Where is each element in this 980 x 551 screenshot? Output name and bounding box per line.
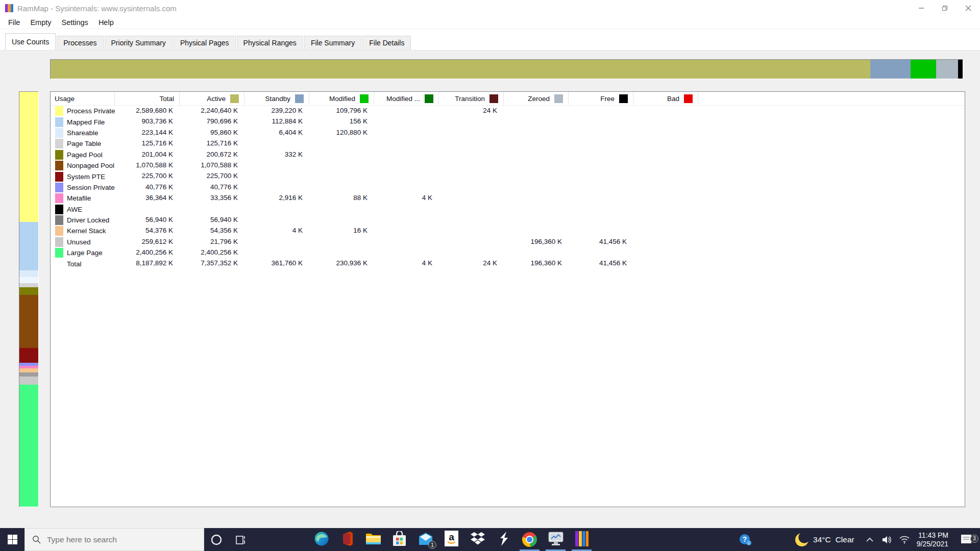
large-page-color-swatch — [55, 248, 63, 258]
value-cell — [309, 204, 374, 215]
task-view-button[interactable] — [229, 528, 253, 551]
value-cell: 56,940 K — [115, 215, 180, 226]
taskbar-app-sysinternals[interactable] — [491, 528, 517, 551]
usage-cell: Total — [51, 258, 115, 269]
tray-overflow-button[interactable] — [862, 537, 878, 542]
value-cell: 41,456 K — [569, 258, 633, 269]
taskbar-app-perfmon[interactable] — [543, 528, 569, 551]
menu-item-file[interactable]: File — [3, 17, 25, 28]
rammap-app-icon — [5, 4, 13, 12]
table-row-paged-pool[interactable]: Paged Pool201,004 K200,672 K332 K — [51, 149, 965, 160]
value-cell — [244, 237, 309, 247]
column-header-modified[interactable]: Modified — [309, 92, 374, 105]
tab-physical-pages[interactable]: Physical Pages — [174, 36, 236, 50]
value-cell — [374, 149, 439, 160]
value-cell — [569, 138, 633, 149]
value-cell: 125,716 K — [180, 138, 244, 149]
table-row-shareable[interactable]: Shareable223,144 K95,860 K6,404 K120,880… — [51, 128, 965, 138]
cortana-button[interactable] — [204, 528, 229, 551]
search-input[interactable] — [47, 535, 185, 544]
taskbar-app-store[interactable] — [386, 528, 412, 551]
value-cell: 239,220 K — [244, 106, 309, 116]
table-row-nonpaged-pool[interactable]: Nonpaged Pool1,070,588 K1,070,588 K — [51, 160, 965, 171]
column-header-bad[interactable]: Bad — [633, 92, 698, 105]
column-header-standby[interactable]: Standby — [244, 92, 309, 105]
network-button[interactable] — [896, 535, 913, 544]
taskbar-app-mail[interactable]: 1 — [412, 528, 438, 551]
tab-file-summary[interactable]: File Summary — [304, 36, 361, 50]
column-header-free[interactable]: Free — [569, 92, 633, 105]
physical-memory-bar — [50, 59, 963, 79]
taskbar-app-amazon[interactable]: a — [438, 528, 464, 551]
table-row-mapped-file[interactable]: Mapped File903,736 K790,696 K112,884 K15… — [51, 116, 965, 127]
taskbar-app-office[interactable] — [334, 528, 360, 551]
table-row-page-table[interactable]: Page Table125,716 K125,716 K — [51, 138, 965, 149]
value-cell — [633, 226, 698, 236]
value-cell: 200,672 K — [180, 149, 244, 160]
tab-processes[interactable]: Processes — [57, 36, 103, 50]
taskbar-app-edge[interactable] — [308, 528, 334, 551]
value-cell: 112,884 K — [244, 116, 309, 127]
taskbar-app-rammap[interactable] — [569, 528, 595, 551]
table-row-kernel-stack[interactable]: Kernel Stack54,376 K54,356 K4 K16 K — [51, 226, 965, 236]
table-row-system-pte[interactable]: System PTE225,700 K225,700 K — [51, 171, 965, 182]
usage-label: Shareable — [67, 129, 99, 137]
search-icon — [32, 535, 41, 544]
taskbar-app-dropbox[interactable] — [464, 528, 491, 551]
table-header: UsageTotalActiveStandbyModifiedModified … — [51, 92, 965, 106]
column-header-label: Standby — [265, 95, 290, 103]
table-row-awe[interactable]: AWE — [51, 204, 965, 215]
column-header-transition[interactable]: Transition — [439, 92, 504, 105]
taskbar-app-chrome[interactable] — [517, 528, 543, 551]
column-header-usage[interactable]: Usage — [51, 92, 115, 105]
modified-color-swatch — [360, 94, 369, 103]
value-cell — [633, 182, 698, 193]
column-header-zeroed[interactable]: Zeroed — [504, 92, 569, 105]
value-cell: 8,187,892 K — [115, 258, 180, 269]
column-header-total[interactable]: Total — [115, 92, 180, 105]
cortana-icon — [210, 534, 223, 546]
windows-logo-icon — [8, 535, 17, 544]
notification-badge: 3 — [970, 535, 978, 543]
taskbar-search[interactable] — [24, 528, 204, 551]
tab-file-details[interactable]: File Details — [362, 36, 411, 50]
table-row-driver-locked[interactable]: Driver Locked56,940 K56,940 K — [51, 215, 965, 226]
table-row-unused[interactable]: Unused259,612 K21,796 K196,360 K41,456 K — [51, 237, 965, 247]
clock[interactable]: 11:43 PM 9/25/2021 — [917, 531, 948, 548]
column-header-modified[interactable]: Modified ... — [374, 92, 439, 105]
table-row-total[interactable]: Total8,187,892 K7,357,352 K361,760 K230,… — [51, 258, 965, 269]
action-center-button[interactable]: 3 — [953, 534, 980, 545]
menu-item-empty[interactable]: Empty — [25, 17, 56, 28]
table-row-process-private[interactable]: Process Private2,589,680 K2,240,640 K239… — [51, 106, 965, 116]
tab-physical-ranges[interactable]: Physical Ranges — [237, 36, 303, 50]
restore-button[interactable] — [933, 0, 957, 16]
column-header-label: Modified — [329, 95, 355, 103]
value-cell: 156 K — [309, 116, 374, 127]
value-cell: 40,776 K — [115, 182, 180, 193]
menu-item-help[interactable]: Help — [93, 17, 119, 28]
column-header-active[interactable]: Active — [180, 92, 244, 105]
value-cell: 41,456 K — [569, 237, 633, 247]
column-segment-kernel-stack — [19, 368, 38, 372]
minimize-button[interactable] — [910, 0, 933, 16]
value-cell — [569, 215, 633, 226]
table-row-metafile[interactable]: Metafile36,364 K33,356 K2,916 K88 K4 K — [51, 193, 965, 204]
value-cell: 36,364 K — [115, 193, 180, 204]
usage-label: System PTE — [67, 173, 105, 181]
value-cell — [569, 226, 633, 236]
value-cell — [633, 171, 698, 182]
value-cell: 1,070,588 K — [115, 160, 180, 171]
tab-use-counts[interactable]: Use Counts — [5, 33, 56, 50]
start-button[interactable] — [0, 528, 24, 551]
table-row-session-private[interactable]: Session Private40,776 K40,776 K — [51, 182, 965, 193]
taskbar-app-file-explorer[interactable] — [360, 528, 386, 551]
table-row-large-page[interactable]: Large Page2,400,256 K2,400,256 K — [51, 247, 965, 258]
menu-item-settings[interactable]: Settings — [56, 17, 93, 28]
table-body: Process Private2,589,680 K2,240,640 K239… — [51, 106, 965, 269]
get-help-button[interactable]: ? i — [734, 533, 756, 546]
weather-widget[interactable]: 34°C Clear — [795, 533, 854, 546]
tab-priority-summary[interactable]: Priority Summary — [105, 36, 173, 50]
close-button[interactable] — [957, 0, 980, 16]
volume-button[interactable] — [879, 535, 895, 544]
office-icon — [340, 531, 355, 548]
